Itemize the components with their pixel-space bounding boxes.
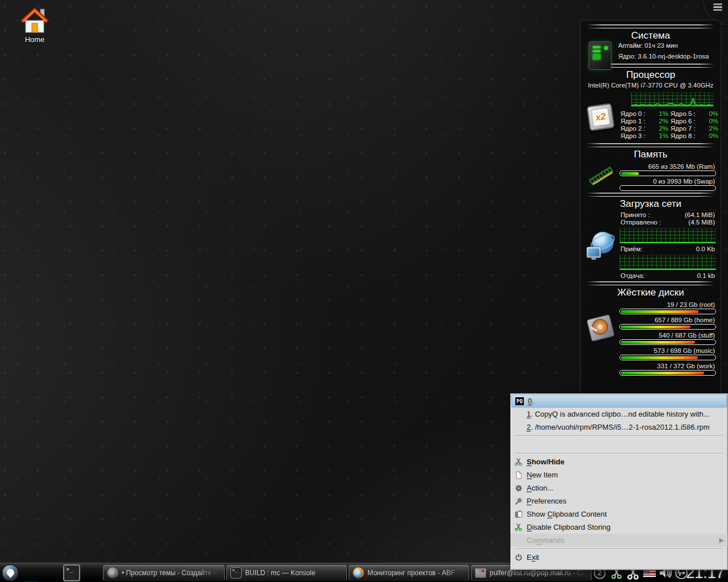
cpu-section-title: Процессор — [585, 69, 716, 81]
menu-item-show-hide[interactable]: Show/Hide — [511, 455, 727, 468]
net-download-graph — [619, 228, 716, 243]
disk-row: 657 / 889 Gb (home) — [619, 317, 716, 330]
menu-separator — [515, 435, 723, 436]
computer-tower-icon — [589, 41, 611, 70]
desktop-icon-home[interactable]: Home — [16, 6, 53, 44]
disk-row: 573 / 698 Gb (music) — [619, 347, 716, 360]
task-button-theme-view[interactable]: • Просмотр темы - Создайте п — [103, 565, 225, 581]
copyq-tray-menu: PQ 0. 1. CopyQ is advanced clipbo…nd edi… — [510, 393, 728, 570]
disk-label: 573 / 698 Gb (music) — [619, 347, 715, 354]
separator — [586, 193, 715, 197]
net-tx-value: 0.1 kb — [697, 272, 715, 279]
net-sent-label: Отправлено : — [621, 219, 661, 226]
swap-usage-label: 0 из 3993 Mb (Swap) — [619, 178, 715, 185]
swap-usage-bar — [619, 185, 716, 191]
menu-item-history-2[interactable]: 2. /home/vuohi/rpm/RPMS/i5…2-1-rosa2012.… — [511, 421, 727, 434]
konsole-icon[interactable]: >_ — [63, 564, 80, 581]
menu-item-preferences[interactable]: Preferences — [511, 494, 727, 508]
home-icon-label: Home — [16, 35, 53, 44]
disk-row: 540 / 687 Gb (stuff) — [619, 332, 716, 345]
menu-separator — [515, 548, 723, 549]
net-sent-value: (4.5 MiB) — [688, 219, 715, 226]
disk-row: 19 / 23 Gb (root) — [619, 301, 716, 314]
disks-section: 19 / 23 Gb (root) 657 / 889 Gb (home) 54… — [585, 300, 716, 378]
cpu-model-text: Intel(R) Core(TM) i7-3770 CPU @ 3.40GHz — [585, 82, 716, 89]
scissors-icon — [514, 523, 523, 532]
ram-usage-bar — [619, 171, 716, 176]
network-section: Принято : (64.1 MiB) Отправлено : (4.5 M… — [585, 211, 716, 280]
task-button-konsole[interactable]: >_ BUILD : mc — Konsole — [226, 565, 347, 581]
net-tx-label: Отдача: — [621, 272, 644, 279]
menu-item-history-0[interactable]: PQ 0. — [511, 394, 727, 408]
menu-empty-row — [511, 438, 727, 451]
memory-section: 665 из 3526 Mb (Ram) 0 из 3993 Mb (Swap) — [585, 161, 716, 191]
menu-item-action[interactable]: Action... — [511, 481, 727, 494]
new-item-icon — [514, 471, 523, 480]
system-section: Аптайм: 01ч 23 мин Ядро: 3.6.10-nrj-desk… — [585, 42, 716, 60]
plasma-toolbox-icon[interactable] — [713, 3, 722, 12]
menu-separator — [515, 453, 723, 454]
claws-mail-icon — [475, 567, 486, 579]
disk-usage-bar — [619, 339, 716, 345]
separator — [586, 281, 715, 285]
clipboard-icon — [514, 510, 523, 519]
uptime-text: Аптайм: 01ч 23 мин — [618, 42, 716, 49]
wrench-icon — [514, 497, 523, 506]
hard-disk-icon — [585, 315, 616, 340]
system-section-title: Система — [585, 30, 716, 41]
home-icon — [20, 6, 49, 34]
cpu-chip-icon: x2 — [585, 105, 616, 130]
power-icon — [514, 553, 523, 562]
separator — [586, 24, 715, 28]
cpu-core-loads: Ядро 0 :1% Ядро 5 :0% Ядро 1 :2% Ядро 6 … — [621, 110, 716, 139]
copyq-logo-icon: PQ — [515, 397, 524, 406]
menu-item-show-clipboard[interactable]: Show Clipboard Content — [511, 508, 727, 521]
menu-item-history-1[interactable]: 1. CopyQ is advanced clipbo…nd editable … — [511, 408, 727, 421]
scissors-icon — [514, 458, 523, 467]
disk-label: 657 / 889 Gb (home) — [619, 317, 715, 323]
cpu-section: x2 Ядро 0 :1% Ядро 5 :0% Ядро 1 :2% Ядро… — [585, 92, 716, 142]
net-upload-graph — [619, 255, 716, 270]
net-rx-value: 0.0 Kb — [696, 246, 715, 252]
ram-icon — [585, 163, 616, 189]
disk-label: 331 / 372 Gb (work) — [619, 363, 715, 369]
konsole-icon: >_ — [230, 567, 242, 579]
memory-section-title: Память — [585, 149, 716, 160]
menu-item-disable-storing[interactable]: Disable Clipboard Storing — [511, 521, 727, 534]
disks-section-title: Жёсткие диски — [585, 287, 716, 298]
kernel-text: Ядро: 3.6.10-nrj-desktop-1rosa — [618, 53, 716, 60]
separator — [586, 143, 715, 147]
net-received-label: Принято : — [621, 211, 650, 218]
desktop-wallpaper: Home Система Аптайм: 01ч 23 мин Ядро: 3.… — [0, 0, 728, 582]
network-section-title: Загрузка сети — [585, 198, 716, 210]
menu-item-new-item[interactable]: New Item — [511, 468, 727, 481]
rosa-launcher-icon[interactable] — [2, 564, 19, 581]
submenu-arrow-icon: ▶ — [719, 537, 724, 544]
firefox-gray-icon — [107, 567, 118, 579]
disk-usage-bar — [619, 324, 716, 330]
system-monitor-widget: Система Аптайм: 01ч 23 мин Ядро: 3.6.10-… — [580, 20, 721, 396]
net-rx-label: Приём: — [621, 246, 643, 252]
task-button-abf-monitoring[interactable]: Мониторинг проектов - ABF - M — [349, 565, 469, 581]
firefox-icon — [353, 567, 364, 579]
net-received-value: (64.1 MiB) — [685, 211, 715, 218]
disk-label: 19 / 23 Gb (root) — [619, 301, 715, 308]
ram-usage-label: 665 из 3526 Mb (Ram) — [619, 163, 715, 170]
disk-usage-bar — [619, 309, 716, 314]
disk-label: 540 / 687 Gb (stuff) — [619, 332, 715, 339]
menu-item-exit[interactable]: Exit — [511, 551, 727, 564]
cpu-load-graph — [631, 92, 714, 107]
disk-usage-bar — [619, 370, 716, 376]
network-globe-icon — [585, 231, 616, 260]
disk-usage-bar — [619, 355, 716, 360]
menu-item-commands: Commands ▶ — [511, 534, 727, 547]
gear-icon — [514, 484, 523, 493]
disk-row: 331 / 372 Gb (work) — [619, 363, 716, 376]
